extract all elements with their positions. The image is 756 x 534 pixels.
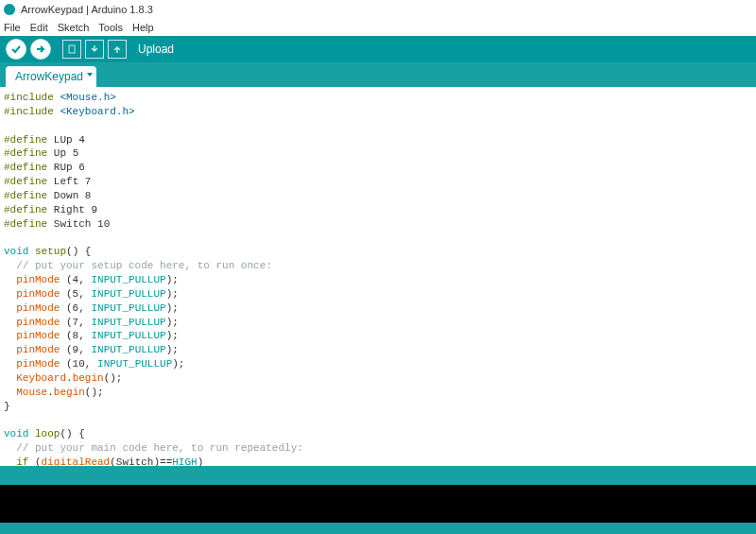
svg-rect-0 [69, 45, 75, 53]
console-output[interactable] [0, 485, 756, 523]
window-title: ArrowKeypad | Arduino 1.8.3 [21, 4, 153, 15]
menu-bar: File Edit Sketch Tools Help [0, 19, 756, 36]
status-bar [0, 466, 756, 485]
tab-label: ArrowKeypad [15, 70, 83, 83]
verify-button[interactable] [6, 39, 26, 60]
menu-file[interactable]: File [4, 22, 21, 33]
tab-strip: ArrowKeypad [0, 62, 756, 87]
title-bar: ArrowKeypad | Arduino 1.8.3 [0, 0, 756, 19]
tab-arrowkeypad[interactable]: ArrowKeypad [6, 66, 96, 87]
menu-tools[interactable]: Tools [98, 22, 123, 33]
toolbar: Upload [0, 36, 756, 62]
arduino-logo-icon [4, 4, 15, 15]
footer-bar [0, 523, 756, 534]
tab-dropdown-icon[interactable] [87, 73, 93, 77]
upload-button[interactable] [30, 39, 51, 60]
toolbar-label: Upload [138, 43, 174, 56]
open-button[interactable] [85, 40, 104, 59]
code-editor[interactable]: #include <Mouse.h> #include <Keyboard.h>… [0, 87, 756, 466]
menu-sketch[interactable]: Sketch [58, 22, 90, 33]
menu-edit[interactable]: Edit [30, 22, 48, 33]
save-button[interactable] [108, 40, 127, 59]
new-button[interactable] [62, 40, 81, 59]
menu-help[interactable]: Help [132, 22, 154, 33]
